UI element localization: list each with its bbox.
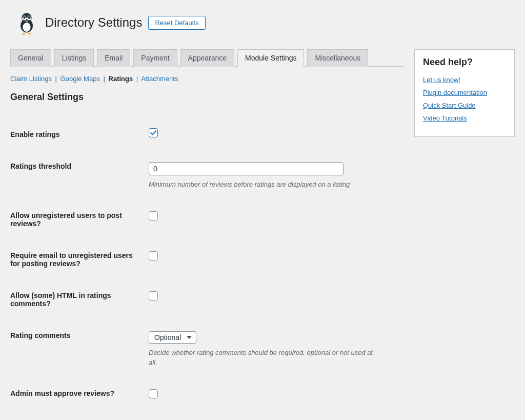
svg-rect-7 xyxy=(22,16,31,17)
tab-appearance[interactable]: Appearance xyxy=(180,49,235,67)
help-link-documentation[interactable]: Plugin documentation xyxy=(423,89,487,96)
allow-unregistered-label: Allow unregistered users to post reviews… xyxy=(10,211,122,228)
allow-html-checkbox[interactable] xyxy=(149,291,158,301)
help-box: Need help? Let us know! Plugin documenta… xyxy=(414,49,515,137)
plugin-logo-icon xyxy=(14,10,39,35)
tab-miscellaneous[interactable]: Miscellaneous xyxy=(307,49,368,67)
settings-tabs: General Listings Email Payment Appearanc… xyxy=(10,49,404,67)
subnav-claim-listings[interactable]: Claim Listings xyxy=(10,75,52,83)
require-email-checkbox[interactable] xyxy=(149,251,158,261)
page-title: Directory Settings xyxy=(45,15,142,30)
help-link-quick-start[interactable]: Quick Start Guide xyxy=(423,102,476,109)
rating-comments-select[interactable]: Optional xyxy=(149,331,196,344)
svg-point-1 xyxy=(23,23,31,32)
enable-ratings-checkbox[interactable] xyxy=(149,128,158,137)
help-link-video-tutorials[interactable]: Video Tutorials xyxy=(423,114,467,122)
help-link-let-us-know[interactable]: Let us know! xyxy=(423,76,460,84)
page-header: Directory Settings Reset Defaults xyxy=(10,10,515,35)
section-title: General Settings xyxy=(10,92,404,103)
allow-html-label: Allow (some) HTML in ratings comments? xyxy=(10,291,111,308)
tab-email[interactable]: Email xyxy=(97,49,130,67)
rating-comments-label: Rating comments xyxy=(10,331,70,339)
subnav-google-maps[interactable]: Google Maps xyxy=(60,75,100,83)
subnav-ratings: Ratings xyxy=(109,75,133,83)
ratings-threshold-input[interactable] xyxy=(149,162,344,175)
settings-form: Enable ratings Ratings threshold Minimum… xyxy=(10,121,404,407)
admin-approve-checkbox[interactable] xyxy=(149,389,158,398)
admin-approve-label: Admin must approve reviews? xyxy=(10,389,114,397)
svg-marker-10 xyxy=(28,33,32,35)
rating-comments-desc: Decide whether rating comments should be… xyxy=(149,348,374,368)
allow-unregistered-checkbox[interactable] xyxy=(149,211,158,221)
reset-defaults-button[interactable]: Reset Defaults xyxy=(148,16,205,30)
svg-marker-9 xyxy=(22,33,26,35)
enable-ratings-label: Enable ratings xyxy=(10,130,59,138)
require-email-label: Require email to unregistered users for … xyxy=(10,251,133,268)
tab-payment[interactable]: Payment xyxy=(133,49,177,67)
help-title: Need help? xyxy=(423,57,506,68)
tab-general[interactable]: General xyxy=(10,49,51,67)
module-subnav: Claim Listings | Google Maps | Ratings |… xyxy=(10,75,404,83)
subnav-attachments[interactable]: Attachments xyxy=(141,75,178,83)
tab-listings[interactable]: Listings xyxy=(54,49,94,67)
tab-module-settings[interactable]: Module Settings xyxy=(237,49,304,67)
ratings-threshold-desc: Minimum number of reviews before ratings… xyxy=(149,179,374,190)
ratings-threshold-label: Ratings threshold xyxy=(10,162,71,170)
